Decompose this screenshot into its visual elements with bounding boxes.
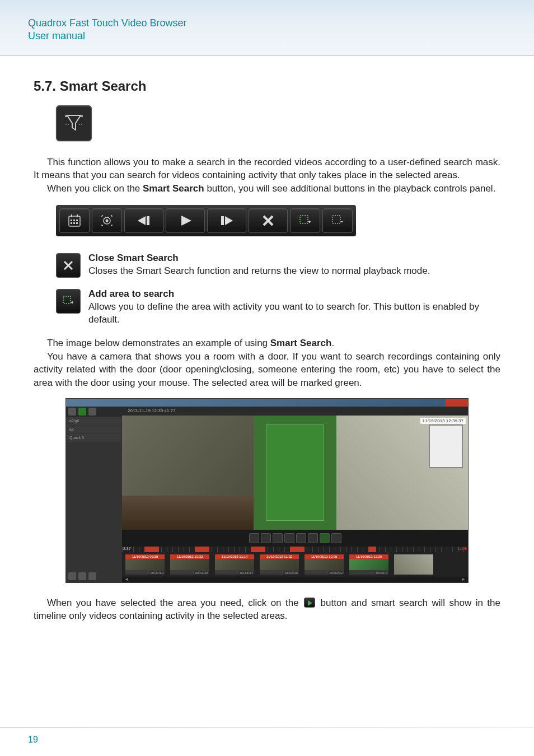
app-sidebar: a2/git a2 Quack 5	[66, 407, 122, 582]
thumb-duration: 00:01:0	[375, 571, 388, 575]
close-x-icon	[56, 253, 81, 278]
sidebar-icon[interactable]	[68, 408, 76, 416]
intro-text: This function allows you to make a searc…	[34, 156, 500, 195]
thumb-label: 11/19/2013 11:33	[260, 554, 299, 559]
thumb-duration: 00:41:38	[194, 571, 209, 575]
zoom-in-icon[interactable]	[68, 572, 76, 580]
timeline-thumb[interactable]: 11/19/2013 11:1400:18:47	[215, 554, 254, 575]
feature-add-title: Add area to search	[88, 288, 500, 301]
svg-rect-11	[73, 220, 75, 221]
svg-rect-23	[300, 216, 308, 223]
ruler-start-label: 8:37	[123, 547, 131, 550]
svg-rect-8	[71, 214, 72, 217]
intro-p2: When you click on the Smart Search butto…	[34, 182, 500, 195]
example-p2: You have a camera that shows you a room …	[34, 350, 500, 389]
video-viewport[interactable]: 11/19/2013 12:39:37	[122, 416, 468, 530]
funnel-icon	[56, 105, 92, 141]
svg-rect-24	[332, 216, 340, 223]
page-content: 5.7. Smart Search This function allows y…	[0, 56, 534, 623]
activity-marker	[251, 547, 265, 552]
zoom-out-icon[interactable]	[78, 572, 86, 580]
step-forward-icon[interactable]	[296, 533, 306, 543]
thumb-duration: 01:02:29	[284, 571, 299, 575]
timeline-thumb[interactable]: 11/19/2013 11:3301:02:29	[260, 554, 299, 575]
timeline-thumbnails: 11/19/2013 09:5800:34:53 11/19/2013 10:3…	[122, 552, 468, 577]
sidebar-icon[interactable]	[78, 408, 86, 416]
intro-p1: This function allows you to make a searc…	[34, 156, 500, 182]
live-indicator: LIVE	[458, 547, 467, 550]
activity-marker	[290, 547, 305, 552]
section-title-text: Smart Search	[60, 78, 147, 94]
camera-view-icon	[92, 208, 122, 233]
intro-p2-post: button, you will see additional buttons …	[204, 183, 496, 194]
closing-p: When you have selected the area you need…	[34, 596, 500, 623]
svg-point-5	[79, 124, 80, 125]
sidebar-top-icons	[66, 407, 122, 417]
smart-search-hero-icon	[56, 105, 500, 141]
closing-text: When you have selected the area you need…	[34, 596, 500, 623]
app-timeline: 8:37 LIVE 11/19/2013 09:5800:34:53 11/19…	[122, 547, 468, 582]
activity-marker	[368, 547, 376, 552]
svg-rect-21	[221, 216, 224, 225]
calendar-icon[interactable]	[249, 533, 259, 543]
camera-view-icon[interactable]	[261, 533, 271, 543]
example-p1-post: .	[331, 338, 334, 348]
add-area-icon[interactable]	[320, 533, 330, 543]
section-heading: 5.7. Smart Search	[34, 78, 500, 94]
selected-search-area[interactable]	[254, 416, 336, 530]
calendar-icon	[59, 208, 90, 233]
sidebar-icon[interactable]	[88, 572, 96, 580]
whiteboard	[429, 424, 463, 468]
timeline-ruler[interactable]: 8:37 LIVE	[122, 547, 468, 552]
play-icon[interactable]	[284, 533, 294, 543]
app-titlebar	[66, 399, 468, 407]
sidebar-item[interactable]: a2/git	[67, 417, 121, 425]
feature-close-smart-search: Close Smart Search Closes the Smart Sear…	[56, 252, 500, 278]
svg-point-4	[68, 124, 69, 125]
video-timestamp-overlay: 11/19/2013 12:39:37	[420, 418, 466, 424]
intro-p2-pre: When you click on the	[47, 183, 143, 194]
thumb-label: 11/19/2013 12:39	[349, 554, 388, 559]
svg-rect-9	[77, 214, 78, 217]
section-number: 5.7.	[34, 78, 56, 94]
timeline-thumb[interactable]: 11/19/2013 09:5800:34:53	[125, 554, 165, 575]
close-x-icon[interactable]	[308, 533, 318, 543]
header-subtitle: User manual	[28, 30, 534, 43]
app-main-view: 2013-11-19 12:39:41.77 11/19/2013 12:39:…	[122, 407, 468, 530]
thumb-duration: 00:34:53	[149, 571, 165, 575]
sidebar-icon[interactable]	[88, 408, 96, 416]
close-x-icon	[249, 208, 288, 233]
header-product: Quadrox Fast Touch Video Browser	[28, 17, 534, 30]
thumb-duration: 00:02:32	[329, 571, 344, 575]
add-area-icon	[56, 289, 81, 314]
thumb-label: 11/19/2013 09:58	[125, 554, 165, 559]
example-text: The image below demonstrates an example …	[34, 337, 500, 389]
svg-marker-20	[181, 216, 191, 226]
step-back-icon[interactable]	[273, 533, 283, 543]
svg-rect-25	[63, 296, 71, 304]
app-playback-controls	[122, 530, 468, 547]
play-icon	[304, 598, 315, 608]
svg-point-3	[65, 124, 67, 125]
timeline-thumb[interactable]: 11/19/2013 10:3200:41:38	[170, 554, 209, 575]
footer-divider	[0, 727, 534, 728]
svg-marker-2	[67, 115, 81, 130]
sidebar-item[interactable]: a2	[67, 426, 121, 433]
timeline-thumb[interactable]: 11/19/2013 12:3600:02:32	[305, 554, 344, 575]
thumb-label: 11/19/2013 10:32	[170, 554, 209, 559]
timeline-thumb[interactable]: 11/19/2013 12:3900:01:0	[349, 554, 388, 575]
window-close-button[interactable]	[446, 399, 468, 407]
intro-p2-bold: Smart Search	[143, 183, 204, 194]
room-right-wall	[336, 416, 468, 530]
example-screenshot: a2/git a2 Quack 5 2013-11-19 12:39:41.77	[65, 398, 469, 583]
activity-marker	[195, 547, 209, 552]
svg-rect-19	[147, 216, 149, 225]
step-back-icon	[124, 208, 163, 233]
example-p1: The image below demonstrates an example …	[34, 337, 500, 349]
room-floor	[122, 496, 254, 530]
remove-area-icon[interactable]	[331, 533, 341, 543]
page-number: 19	[28, 735, 38, 745]
timeline-scrollbar[interactable]: ◄►	[122, 577, 468, 582]
timestamp-bar: 2013-11-19 12:39:41.77	[122, 407, 468, 416]
sidebar-item[interactable]: Quack 5	[67, 434, 121, 442]
